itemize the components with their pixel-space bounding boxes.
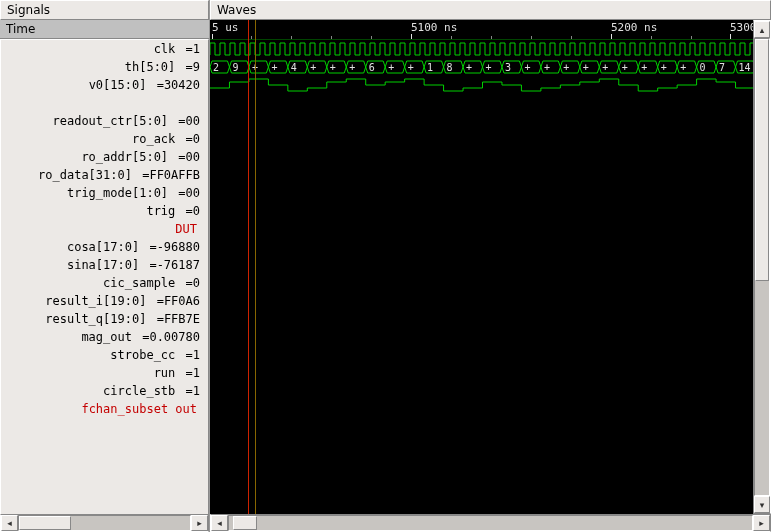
signal-row[interactable]: clk =1: [1, 40, 208, 58]
signal-value: 30420: [164, 78, 200, 92]
signal-name: cic_sample: [1, 276, 178, 290]
signal-value: 1: [193, 42, 200, 56]
signal-row[interactable]: ro_ack =0: [1, 130, 208, 148]
signal-row[interactable]: [1, 94, 208, 112]
signal-row[interactable]: DUT: [1, 220, 208, 238]
wave-row[interactable]: 29++4+++6++18++3+++++++++0714: [210, 58, 753, 76]
signal-name: ro_addr[5:0]: [1, 150, 171, 164]
vscroll-thumb[interactable]: [755, 39, 769, 281]
signals-hscroll[interactable]: ◂ ▸: [0, 514, 209, 532]
signal-value: 00: [186, 150, 200, 164]
scroll-right-icon[interactable]: ▸: [191, 515, 208, 531]
ruler-tick: [212, 34, 213, 39]
wave-row[interactable]: [210, 76, 753, 94]
scroll-thumb[interactable]: [19, 516, 71, 530]
signal-row[interactable]: mag_out =0.00780: [1, 328, 208, 346]
ruler-tick: [730, 34, 731, 39]
signal-row[interactable]: ro_addr[5:0] =00: [1, 148, 208, 166]
svg-text:14: 14: [739, 62, 751, 73]
signal-value: 1: [193, 348, 200, 362]
waves-hscroll[interactable]: ◂ ▸: [210, 514, 771, 532]
svg-text:+: +: [349, 62, 355, 73]
hscroll-track[interactable]: [228, 515, 753, 531]
signal-value: 0.00780: [149, 330, 200, 344]
signal-row[interactable]: trig =0: [1, 202, 208, 220]
marker-b[interactable]: [255, 20, 256, 514]
signal-name: fchan_subset out: [1, 402, 200, 416]
signal-name: circle_stb: [1, 384, 178, 398]
wave-row[interactable]: [210, 40, 753, 58]
scroll-right-icon[interactable]: ▸: [753, 515, 770, 531]
svg-text:0: 0: [700, 62, 706, 73]
wave-row[interactable]: [210, 94, 753, 112]
hscroll-thumb[interactable]: [233, 516, 257, 530]
signal-row[interactable]: sina[17:0] =-76187: [1, 256, 208, 274]
scroll-down-icon[interactable]: ▾: [754, 496, 770, 513]
marker-a[interactable]: [248, 20, 249, 514]
svg-text:+: +: [602, 62, 608, 73]
signal-value: 00: [186, 186, 200, 200]
signals-title: Signals: [0, 0, 209, 20]
signal-value: -96880: [157, 240, 200, 254]
signal-row[interactable]: readout_ctr[5:0] =00: [1, 112, 208, 130]
scroll-left-icon[interactable]: ◂: [1, 515, 18, 531]
signal-list[interactable]: clk =1th[5:0] =9v0[15:0] =30420readout_c…: [0, 39, 209, 514]
signal-row[interactable]: fchan_subset out: [1, 400, 208, 418]
svg-text:+: +: [661, 62, 667, 73]
signal-name: th[5:0]: [1, 60, 178, 74]
waves-vscroll[interactable]: ▴ ▾: [753, 20, 771, 514]
svg-text:+: +: [330, 62, 336, 73]
signal-row[interactable]: strobe_cc =1: [1, 346, 208, 364]
signal-value: 0: [193, 204, 200, 218]
signal-name: sina[17:0]: [1, 258, 142, 272]
svg-text:9: 9: [232, 62, 238, 73]
ruler-tick: [611, 34, 612, 39]
ruler-label: 5100 ns: [411, 21, 457, 34]
signal-value: 0: [193, 276, 200, 290]
svg-text:+: +: [310, 62, 316, 73]
signal-row[interactable]: result_q[19:0] =FFB7E: [1, 310, 208, 328]
wave-canvas[interactable]: 5 us5100 ns5200 ns5300 29++4+++6++18++3+…: [210, 20, 753, 514]
waves-title: Waves: [210, 0, 771, 20]
time-column-header: Time: [0, 20, 209, 39]
scroll-left-icon[interactable]: ◂: [211, 515, 228, 531]
signal-value: 1: [193, 384, 200, 398]
svg-text:+: +: [680, 62, 686, 73]
svg-text:+: +: [563, 62, 569, 73]
svg-text:+: +: [271, 62, 277, 73]
ruler-label: 5300: [730, 21, 753, 34]
signal-row[interactable]: ro_data[31:0] =FF0AFFB: [1, 166, 208, 184]
gtkwave-window: Signals Time clk =1th[5:0] =9v0[15:0] =3…: [0, 0, 771, 532]
signal-row[interactable]: cic_sample =0: [1, 274, 208, 292]
svg-text:7: 7: [719, 62, 725, 73]
scroll-up-icon[interactable]: ▴: [754, 21, 770, 38]
signal-name: run: [1, 366, 178, 380]
signal-value: 9: [193, 60, 200, 74]
signal-row[interactable]: run =1: [1, 364, 208, 382]
svg-text:+: +: [486, 62, 492, 73]
svg-text:3: 3: [505, 62, 511, 73]
svg-text:2: 2: [213, 62, 219, 73]
svg-text:4: 4: [291, 62, 297, 73]
svg-text:1: 1: [427, 62, 433, 73]
svg-text:+: +: [524, 62, 530, 73]
scroll-track[interactable]: [18, 515, 191, 531]
signal-value: FF0AFFB: [149, 168, 200, 182]
signal-value: 00: [186, 114, 200, 128]
svg-text:+: +: [641, 62, 647, 73]
signal-name: result_i[19:0]: [1, 294, 149, 308]
vscroll-track[interactable]: [754, 38, 770, 496]
ruler-label: 5 us: [212, 21, 239, 34]
svg-text:+: +: [544, 62, 550, 73]
svg-text:+: +: [583, 62, 589, 73]
signals-panel: Signals Time clk =1th[5:0] =9v0[15:0] =3…: [0, 0, 210, 532]
signal-row[interactable]: circle_stb =1: [1, 382, 208, 400]
signal-row[interactable]: v0[15:0] =30420: [1, 76, 208, 94]
signal-row[interactable]: result_i[19:0] =FF0A6: [1, 292, 208, 310]
signal-row[interactable]: trig_mode[1:0] =00: [1, 184, 208, 202]
signal-name: result_q[19:0]: [1, 312, 149, 326]
signal-row[interactable]: cosa[17:0] =-96880: [1, 238, 208, 256]
time-ruler[interactable]: 5 us5100 ns5200 ns5300: [210, 20, 753, 40]
signal-row[interactable]: th[5:0] =9: [1, 58, 208, 76]
waves-panel: Waves 5 us5100 ns5200 ns5300 29++4+++6++…: [210, 0, 771, 532]
